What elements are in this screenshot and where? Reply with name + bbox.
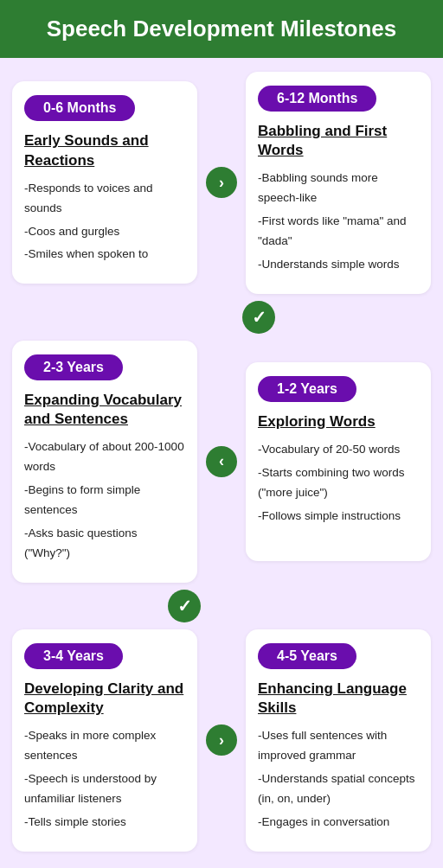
- row-1: 0-6 Months Early Sounds and Reactions -R…: [12, 72, 431, 294]
- bullet-3-4-2: -Speech is understood by unfamiliar list…: [24, 769, 185, 809]
- card-2-3-years: 2-3 Years Expanding Vocabulary and Sente…: [12, 341, 197, 583]
- age-badge-0-6: 0-6 Months: [24, 95, 135, 121]
- bullet-0-6-3: -Smiles when spoken to: [24, 245, 185, 265]
- card-body-3-4: -Speaks in more complex sentences -Speec…: [24, 726, 185, 833]
- bullet-6-12-2: -First words like "mama" and "dada": [258, 212, 419, 252]
- card-body-6-12: -Babbling sounds more speech-like -First…: [258, 169, 419, 275]
- arrow-down-circle-2: ✓: [168, 590, 201, 622]
- arrow-right-row3: ›: [206, 724, 237, 756]
- arrow-left-circle-row2: ‹: [206, 446, 237, 477]
- bullet-4-5-2: -Understands spatial concepts (in, on, u…: [258, 769, 419, 809]
- bullet-6-12-1: -Babbling sounds more speech-like: [258, 169, 419, 208]
- header: Speech Development Milestones: [0, 0, 443, 58]
- arrow-down-1: ✓: [12, 301, 431, 334]
- bullet-4-5-3: -Engages in conversation: [258, 813, 419, 833]
- main-content: 0-6 Months Early Sounds and Reactions -R…: [0, 58, 443, 868]
- age-badge-2-3: 2-3 Years: [24, 354, 123, 380]
- age-badge-3-4: 3-4 Years: [24, 643, 123, 669]
- age-badge-4-5: 4-5 Years: [258, 643, 356, 669]
- bullet-1-2-1: -Vocabulary of 20-50 words: [258, 440, 419, 460]
- age-badge-6-12: 6-12 Months: [258, 86, 376, 112]
- bullet-6-12-3: -Understands simple words: [258, 255, 419, 275]
- bullet-2-3-2: -Begins to form simple sentences: [24, 481, 185, 520]
- arrow-right-circle-row3: ›: [206, 724, 237, 756]
- card-title-6-12: Babbling and First Words: [258, 122, 419, 160]
- bullet-0-6-1: -Responds to voices and sounds: [24, 179, 185, 219]
- card-4-5-years: 4-5 Years Enhancing Language Skills -Use…: [246, 629, 431, 852]
- card-title-1-2: Exploring Words: [258, 412, 419, 431]
- age-badge-1-2: 1-2 Years: [258, 376, 356, 402]
- card-title-2-3: Expanding Vocabulary and Sentences: [24, 391, 185, 429]
- bullet-4-5-1: -Uses full sentences with improved gramm…: [258, 726, 419, 766]
- card-3-4-years: 3-4 Years Developing Clarity and Complex…: [12, 629, 197, 852]
- card-body-4-5: -Uses full sentences with improved gramm…: [258, 726, 419, 833]
- bullet-2-3-3: -Asks basic questions ("Why?"): [24, 524, 185, 564]
- bullet-2-3-1: -Vocabulary of about 200-1000 words: [24, 437, 185, 477]
- card-title-4-5: Enhancing Language Skills: [258, 680, 419, 718]
- card-title-0-6: Early Sounds and Reactions: [24, 131, 185, 169]
- bullet-1-2-2: -Starts combining two words ("more juice…: [258, 463, 419, 503]
- card-body-2-3: -Vocabulary of about 200-1000 words -Beg…: [24, 437, 185, 564]
- card-6-12-months: 6-12 Months Babbling and First Words -Ba…: [246, 72, 431, 294]
- bullet-1-2-3: -Follows simple instructions: [258, 507, 419, 527]
- row-3: 3-4 Years Developing Clarity and Complex…: [12, 629, 431, 852]
- arrow-down-2: ✓: [12, 590, 431, 622]
- row-2: 2-3 Years Expanding Vocabulary and Sente…: [12, 341, 431, 583]
- card-title-3-4: Developing Clarity and Complexity: [24, 680, 185, 718]
- arrow-right-circle-row1: ›: [206, 167, 237, 198]
- bullet-3-4-3: -Tells simple stories: [24, 813, 185, 833]
- arrow-down-circle-1: ✓: [242, 301, 275, 334]
- arrow-left-row2: ‹: [206, 446, 237, 477]
- card-body-1-2: -Vocabulary of 20-50 words -Starts combi…: [258, 440, 419, 527]
- card-body-0-6: -Responds to voices and sounds -Coos and…: [24, 179, 185, 265]
- page-title: Speech Development Milestones: [9, 16, 434, 42]
- bullet-3-4-1: -Speaks in more complex sentences: [24, 726, 185, 766]
- arrow-right-row1: ›: [206, 167, 237, 198]
- card-1-2-years: 1-2 Years Exploring Words -Vocabulary of…: [246, 362, 431, 561]
- bullet-0-6-2: -Coos and gurgles: [24, 222, 185, 242]
- card-0-6-months: 0-6 Months Early Sounds and Reactions -R…: [12, 81, 197, 284]
